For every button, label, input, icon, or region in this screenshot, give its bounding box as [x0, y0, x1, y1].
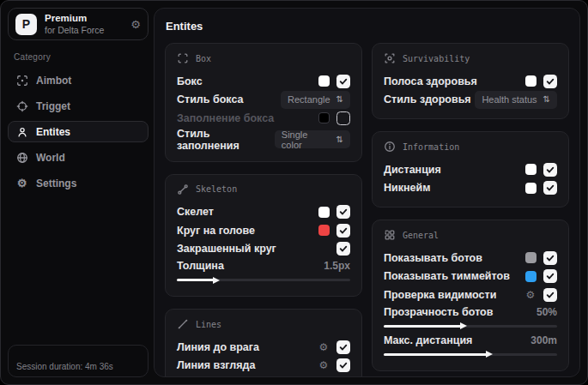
gear-icon[interactable]: ⚙ — [130, 18, 141, 31]
setting-row: Круг на голове — [177, 221, 350, 240]
sidebar-item-label: Entites — [36, 126, 70, 138]
color-swatch[interactable] — [525, 164, 536, 175]
row-label: Стиль бокса — [177, 93, 243, 105]
panel-title: Information — [403, 142, 459, 152]
color-swatch[interactable] — [525, 252, 536, 263]
checkbox[interactable] — [336, 205, 350, 219]
gear-icon[interactable]: ⚙ — [524, 289, 536, 301]
slider-thumb[interactable] — [213, 277, 220, 284]
setting-row: Скелет — [177, 203, 350, 222]
sidebar-item-trigget[interactable]: Trigget — [8, 95, 149, 117]
sidebar-item-settings[interactable]: ⚙Settings — [8, 172, 149, 194]
setting-row: Бокс — [177, 72, 350, 91]
row-label: Круг на голове — [177, 225, 255, 237]
session-duration-label: Session duration: 4m 36s — [16, 362, 113, 371]
row-controls — [318, 111, 350, 125]
panel-header: Box — [177, 52, 350, 64]
grid-icon — [384, 229, 396, 241]
sidebar-item-label: Settings — [36, 177, 76, 189]
checkbox[interactable] — [543, 251, 557, 265]
dropdown-box-1[interactable]: Rectangle⇅ — [281, 91, 350, 109]
color-swatch[interactable] — [525, 183, 536, 194]
premium-text: Premium for Delta Force — [45, 13, 123, 34]
panel-title: Survivability — [403, 54, 470, 63]
checkbox[interactable] — [336, 358, 350, 372]
chevron-up-down-icon: ⇅ — [336, 95, 343, 104]
setting-row: Никнейм — [384, 179, 557, 198]
color-swatch[interactable] — [318, 225, 330, 236]
panel-survivability: SurvivabilityПолоса здоровьяСтиль здоров… — [372, 43, 569, 119]
panel-header: Lines — [177, 318, 350, 330]
row-label: Никнейм — [384, 182, 430, 194]
row-label: Показывать тиммейтов — [384, 270, 510, 282]
slider-labels: Макс. дистанция300m — [384, 334, 557, 346]
line-icon — [177, 318, 189, 330]
dropdown-survivability-1[interactable]: Health status⇅ — [475, 91, 557, 109]
row-label: Дистанция — [384, 164, 441, 176]
row-controls — [318, 224, 350, 238]
row-controls: ⚙ — [318, 358, 350, 372]
slider-track[interactable] — [384, 325, 557, 328]
row-label: Линия взгляда — [177, 359, 255, 371]
panel-skeleton: SkeletonСкелетКруг на головеЗакрашенный … — [165, 174, 362, 298]
row-controls: ⚙ — [318, 340, 350, 354]
checkbox[interactable] — [336, 224, 350, 238]
main-panel: Entites BoxБоксСтиль боксаRectangle⇅Запо… — [154, 8, 580, 377]
slider-track[interactable] — [384, 353, 557, 356]
color-swatch[interactable] — [525, 271, 536, 282]
slider-labels: Толщина1.5px — [177, 260, 350, 272]
row-controls — [336, 242, 350, 256]
sidebar-item-entites[interactable]: Entites — [8, 121, 149, 142]
checkbox[interactable] — [543, 75, 557, 88]
column-right: SurvivabilityПолоса здоровьяСтиль здоров… — [372, 43, 569, 371]
row-label: Закрашенный круг — [177, 243, 276, 255]
checkbox[interactable] — [336, 242, 350, 256]
gear-icon[interactable]: ⚙ — [318, 341, 330, 353]
checkbox[interactable] — [543, 269, 557, 283]
checkbox[interactable] — [336, 75, 350, 88]
row-controls — [525, 269, 557, 283]
panel-title: Lines — [196, 320, 221, 329]
checkbox[interactable] — [543, 181, 557, 195]
info-icon — [384, 141, 396, 153]
checkbox[interactable] — [336, 340, 350, 354]
row-controls — [525, 181, 557, 195]
panel-header: Skeleton — [177, 183, 350, 196]
checkbox[interactable] — [543, 288, 557, 302]
row-controls: Rectangle⇅ — [281, 91, 350, 109]
gear-icon: ⚙ — [15, 177, 28, 189]
row-label: Линия до врага — [177, 341, 259, 353]
row-label: Прозрачность ботов — [384, 306, 493, 318]
sidebar: P Premium for Delta Force ⚙ Category Aim… — [8, 8, 149, 377]
slider-labels: Прозрачность ботов50% — [384, 306, 557, 318]
slider-thumb[interactable] — [486, 351, 493, 358]
color-swatch[interactable] — [318, 75, 330, 87]
dropdown-box-3[interactable]: Single color⇅ — [275, 130, 350, 148]
row-label: Показывать ботов — [384, 252, 482, 264]
box-icon — [177, 52, 189, 64]
slider-thumb[interactable] — [460, 322, 467, 329]
setting-row: Стиль заполненияSingle color⇅ — [177, 128, 350, 152]
entities-icon — [15, 125, 28, 138]
chevron-up-down-icon: ⇅ — [543, 95, 550, 104]
setting-row: Проверка видимости⚙ — [384, 286, 557, 304]
setting-row: Линия до врага⚙ — [177, 338, 350, 357]
color-swatch[interactable] — [318, 112, 330, 123]
color-swatch[interactable] — [318, 207, 330, 218]
premium-subtitle: for Delta Force — [45, 25, 123, 35]
panel-header: Survivability — [384, 52, 557, 64]
dropdown-value: Rectangle — [288, 94, 330, 105]
setting-row: Стиль боксаRectangle⇅ — [177, 91, 350, 110]
row-controls — [525, 251, 557, 265]
sidebar-item-aimbot[interactable]: Aimbot — [8, 69, 149, 91]
panel-title: General — [403, 231, 439, 240]
slider-track[interactable] — [177, 279, 350, 281]
page-title: Entites — [166, 20, 569, 33]
color-swatch[interactable] — [525, 75, 536, 87]
checkbox[interactable] — [336, 111, 350, 125]
checkbox[interactable] — [543, 163, 557, 177]
globe-icon — [15, 151, 28, 164]
sidebar-item-world[interactable]: World — [8, 147, 149, 168]
gear-icon[interactable]: ⚙ — [318, 359, 330, 371]
row-label: Бокс — [177, 75, 203, 87]
